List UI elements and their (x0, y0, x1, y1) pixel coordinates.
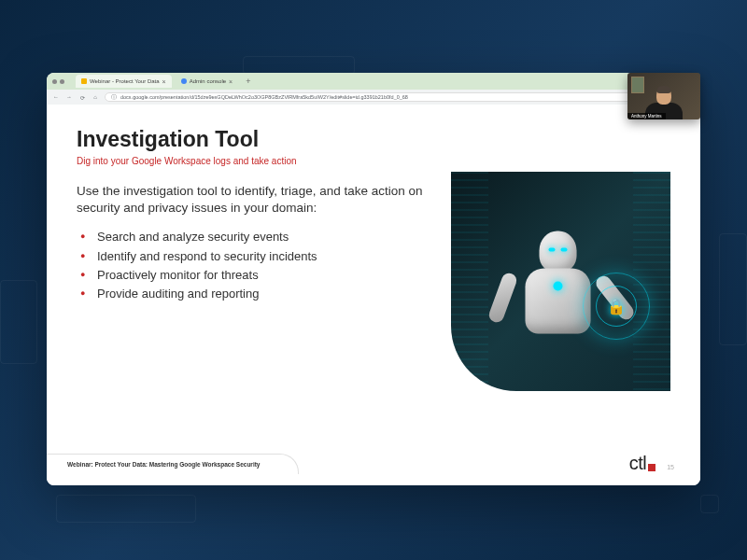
robot-chest-light (553, 281, 562, 290)
presenter-webcam[interactable]: Anthony Martins (627, 73, 700, 119)
lock-icon: 🔒 (607, 298, 626, 315)
background-decoration (243, 56, 355, 75)
window-controls[interactable] (52, 79, 64, 84)
window-control-dot[interactable] (60, 79, 64, 84)
slide-body: Use the investigation tool to identify, … (77, 183, 670, 391)
robot-arm (486, 271, 518, 324)
slide-text-column: Use the investigation tool to identify, … (77, 183, 446, 391)
window-control-dot[interactable] (52, 79, 57, 84)
slide-illustration: 🔒 (451, 172, 670, 391)
slide-intro-text: Use the investigation tool to identify, … (77, 183, 439, 217)
slide-title: Investigation Tool (77, 127, 670, 152)
slide-subtitle: Dig into your Google Workspace logs and … (77, 156, 670, 166)
tab-title: Webinar - Protect Your Data (90, 78, 160, 84)
robot-graphic (525, 231, 590, 333)
logo-accent-square (648, 464, 655, 471)
robot-body (525, 268, 590, 333)
background-decoration (719, 233, 747, 345)
robot-eye (560, 247, 567, 251)
presenter-head (656, 88, 671, 105)
admin-favicon-icon (181, 78, 187, 84)
address-bar-row: ← → ⟳ ⌂ ⓘ docs.google.com/presentation/d… (47, 90, 700, 105)
background-picture-frame (631, 77, 644, 93)
reload-button[interactable]: ⟳ (78, 94, 86, 101)
home-button[interactable]: ⌂ (92, 94, 99, 100)
tab-strip: Webinar - Protect Your Data × Admin cons… (47, 73, 700, 90)
slide-footer: Webinar: Protect Your Data: Mastering Go… (47, 453, 700, 474)
bullet-item: Provide auditing and reporting (97, 285, 439, 303)
logo-text: ctl (629, 453, 647, 474)
forward-button[interactable]: → (65, 94, 73, 100)
back-button[interactable]: ← (52, 94, 60, 100)
robot-head (539, 231, 576, 272)
hologram-circle: 🔒 (583, 273, 650, 340)
url-text: docs.google.com/presentation/d/15dze9esG… (120, 94, 408, 100)
address-bar[interactable]: ⓘ docs.google.com/presentation/d/15dze9e… (105, 92, 695, 102)
bullet-list: Search and analyze security events Ident… (77, 228, 439, 303)
robot-eye (548, 247, 555, 251)
slide-page-number: 15 (667, 464, 674, 470)
slides-favicon-icon (81, 78, 87, 84)
presenter-hair (657, 86, 670, 93)
browser-tab[interactable]: Admin console × (176, 75, 238, 88)
server-rack-graphic (451, 172, 488, 391)
new-tab-button[interactable]: + (242, 77, 254, 86)
slide-content: Investigation Tool Dig into your Google … (47, 105, 700, 485)
bullet-item: Identify and respond to security inciden… (97, 247, 439, 266)
background-decoration (700, 495, 719, 513)
tab-title: Admin console (190, 78, 226, 84)
bullet-item: Search and analyze security events (97, 228, 439, 246)
footer-webinar-label: Webinar: Protect Your Data: Mastering Go… (47, 454, 299, 474)
presenter-name-label: Anthony Martins (627, 113, 666, 119)
background-decoration (0, 280, 37, 364)
site-info-icon[interactable]: ⓘ (111, 93, 117, 102)
ctl-logo: ctl (629, 453, 656, 474)
browser-window: Webinar - Protect Your Data × Admin cons… (47, 73, 700, 485)
browser-tab-active[interactable]: Webinar - Protect Your Data × (76, 75, 172, 88)
background-decoration (56, 495, 196, 523)
tab-close-icon[interactable]: × (162, 78, 166, 85)
tab-close-icon[interactable]: × (229, 78, 233, 85)
bullet-item: Proactively monitor for threats (97, 266, 439, 285)
hologram-inner: 🔒 (596, 286, 637, 327)
